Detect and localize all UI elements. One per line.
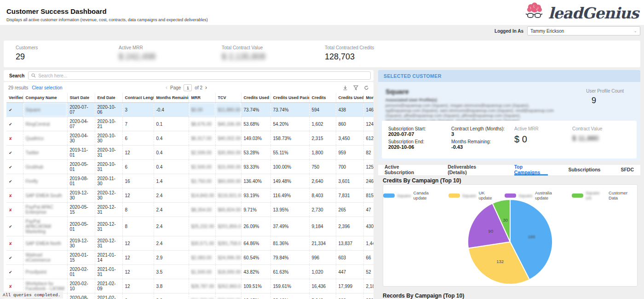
tab-top-campaigns[interactable]: Top Campaigns bbox=[514, 165, 548, 176]
table-row[interactable]: ✔Walmart eCommerce2020-01-152021-01-1412… bbox=[6, 251, 374, 265]
column-header[interactable]: Start Date bbox=[67, 93, 95, 103]
filter-icon[interactable] bbox=[353, 85, 358, 90]
cell-credits_used: 663 bbox=[336, 293, 363, 299]
table-row[interactable]: ✔PayPal APAC/ATAM Marketing2020-05-01202… bbox=[6, 217, 374, 236]
column-header[interactable]: Credits Used (%) bbox=[241, 93, 270, 103]
cell-remaining: 0.4 bbox=[154, 160, 189, 174]
verified-x-icon: ✘ bbox=[9, 136, 12, 141]
cell-company: Workplace by Facebook - LATAM bbox=[23, 279, 67, 293]
cell-used_pct: 9.71% bbox=[241, 203, 270, 217]
tab-subscriptions[interactable]: Subscriptions bbox=[568, 165, 600, 176]
cell-company: Grubhub bbox=[23, 160, 67, 174]
cell-start: 2020-01-15 bbox=[67, 251, 95, 265]
table-row[interactable]: ✔Firefly2019-08-012020-11-30161.4$3,750.… bbox=[6, 174, 374, 188]
cell-used_pct: 109.51% bbox=[241, 279, 270, 293]
cell-end: 2020-10-31 bbox=[95, 146, 122, 160]
cell-credits: 2,640 bbox=[309, 174, 336, 188]
cell-pacing_pct: 158.73% bbox=[270, 131, 309, 146]
page-subtitle: Displays all active customer information… bbox=[6, 18, 208, 22]
cell-credits: 16,436 bbox=[309, 279, 336, 293]
download-icon[interactable] bbox=[343, 85, 348, 90]
cell-used_pct: 26.09% bbox=[241, 217, 270, 236]
prev-page-button[interactable]: ‹ bbox=[166, 84, 167, 91]
table-row[interactable]: ✘SAP EMEA North2019-12-302020-12-31122.4… bbox=[6, 236, 374, 251]
contract-value-label: Contract Value bbox=[572, 126, 630, 131]
cell-tcv: $65,824.00 bbox=[215, 203, 241, 217]
table-row[interactable]: ✔Proofpoint2020-02-012021-01-31123.5$1,5… bbox=[6, 265, 374, 279]
cell-monthly: 124 bbox=[363, 117, 374, 131]
cell-verified: ✔ bbox=[6, 160, 23, 174]
cell-start: 2020-02-10 bbox=[67, 279, 95, 293]
cell-remaining: 0.4 bbox=[154, 146, 189, 160]
legend-prefix: Square bbox=[462, 193, 477, 198]
column-header[interactable]: MRR bbox=[189, 93, 215, 103]
column-header[interactable]: Company Name bbox=[23, 93, 67, 103]
cell-length: 7 bbox=[122, 117, 154, 131]
page-label: Page bbox=[170, 85, 181, 90]
cell-length: 12 bbox=[122, 146, 154, 160]
associated-profiles-label: Associated User Profile(s) bbox=[385, 98, 437, 102]
cell-length: 12 bbox=[122, 279, 154, 293]
legend-swatch-icon bbox=[572, 193, 583, 198]
cell-monthly: 52 bbox=[363, 265, 374, 279]
cell-company: Walmart eCommerce bbox=[23, 251, 67, 265]
tab-sfdc[interactable]: SFDC bbox=[621, 165, 634, 176]
table-row[interactable]: ✔Square2020-07-072020-10-063-0.4$0.00$11… bbox=[6, 103, 374, 117]
table-row[interactable]: ✘Workplace by Facebook - LATAM2020-02-10… bbox=[6, 279, 374, 293]
cell-credits_used: 265 bbox=[336, 203, 363, 217]
column-header[interactable]: Credits Used bbox=[336, 93, 363, 103]
cell-credits: 9,184 bbox=[309, 217, 336, 236]
tab-active-subscription[interactable]: Active Subscription bbox=[385, 165, 427, 176]
cell-credits: 1,602 bbox=[309, 117, 336, 131]
cell-remaining: 2.4 bbox=[154, 203, 189, 217]
table-row[interactable]: ✘PayPal APAC Enterprise2020-05-152020-12… bbox=[6, 203, 374, 217]
column-header[interactable]: TCV bbox=[215, 93, 241, 103]
user-profile-count-value: 9 bbox=[592, 96, 596, 106]
column-header[interactable]: Months Remaining bbox=[154, 93, 189, 103]
cell-pacing_pct: 81.36% bbox=[270, 236, 309, 251]
cell-monthly: 430 bbox=[363, 217, 374, 236]
logged-in-user-select[interactable]: Tammy Erickson ⌄ bbox=[527, 26, 640, 35]
next-page-button[interactable]: › bbox=[205, 84, 207, 91]
kpi-label: Total Contracted Credits bbox=[325, 45, 428, 50]
column-header[interactable]: Verified bbox=[6, 93, 23, 103]
cell-remaining: 1.4 bbox=[154, 174, 189, 188]
cell-start: 2020-02-01 bbox=[67, 265, 95, 279]
page-number-input[interactable]: 1 bbox=[184, 84, 192, 91]
refresh-icon[interactable] bbox=[364, 85, 369, 90]
cell-verified: ✔ bbox=[6, 217, 23, 236]
column-header[interactable]: End Date bbox=[95, 93, 122, 103]
column-header[interactable]: Credits bbox=[309, 93, 336, 103]
cell-verified: ✔ bbox=[6, 103, 23, 117]
tab-deliverables-details-[interactable]: Deliverables (Details) bbox=[448, 165, 494, 176]
table-row[interactable]: ✔RingCentral2020-04-072020-10-2170.1$8,6… bbox=[6, 117, 374, 131]
table-row[interactable]: ✔Grubhub2020-05-012020-10-3160.4$2,500.0… bbox=[6, 160, 374, 174]
cell-monthly: 82 bbox=[363, 146, 374, 160]
clear-selection-link[interactable]: Clear selection bbox=[32, 85, 62, 90]
cell-credits: 1,020 bbox=[309, 265, 336, 279]
cell-verified: ✘ bbox=[6, 279, 23, 293]
cell-end: 2020-12-31 bbox=[95, 236, 122, 251]
table-row[interactable]: ✘SAP EMEA South2019-12-302020-12-30122.4… bbox=[6, 188, 374, 203]
cell-end: 2020-10-30 bbox=[95, 131, 122, 146]
column-header[interactable]: Contract Length bbox=[122, 93, 154, 103]
active-mrr-label: Active MRR bbox=[514, 126, 572, 131]
cell-length: 12 bbox=[122, 236, 154, 251]
cell-pacing_pct: 61.63% bbox=[270, 265, 309, 279]
column-header[interactable]: Credits Used Pacing (%) bbox=[270, 93, 309, 103]
cell-tcv: $60,000.00 bbox=[215, 174, 241, 188]
cell-end: 2020-11-30 bbox=[95, 174, 122, 188]
cell-used_pct: 73.74% bbox=[241, 103, 270, 117]
cell-credits: 21,334 bbox=[309, 236, 336, 251]
cell-remaining: 0.4 bbox=[154, 131, 189, 146]
table-row[interactable]: ✘Qualtrics2020-04-302020-10-3060.4$6,917… bbox=[6, 131, 374, 146]
pie-slice-label: 132 bbox=[496, 259, 504, 264]
credits-chart-heading: Credits By Campaign (Top 10) bbox=[383, 177, 461, 184]
cell-mrr: $2,500.00 bbox=[189, 160, 215, 174]
search-input[interactable]: Search here... bbox=[28, 71, 371, 80]
cell-pacing_pct: 13.95% bbox=[270, 203, 309, 217]
table-row[interactable]: ✔Twitter2019-11-012020-10-31120.4$2,599.… bbox=[6, 146, 374, 160]
column-header[interactable]: Monthly Credits bbox=[363, 93, 374, 103]
cell-monthly: 125 bbox=[363, 160, 374, 174]
cell-mrr: $0.00 bbox=[189, 103, 215, 117]
